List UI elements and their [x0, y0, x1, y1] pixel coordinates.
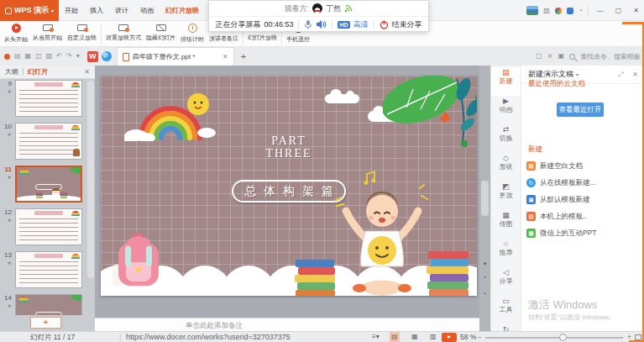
transition-icon: ⇄ — [491, 124, 521, 134]
new-blank-doc-item[interactable]: ▤ 新建空白文档 — [526, 160, 642, 172]
hide-slide-button[interactable]: 隐藏幻灯片 — [144, 24, 178, 42]
zoom-slider-track[interactable] — [485, 337, 623, 339]
user-avatar[interactable] — [526, 6, 538, 15]
speaker-icon[interactable] — [316, 19, 327, 29]
slide-thumbnail-11-selected[interactable]: 11★ — [0, 166, 95, 203]
panel-icon[interactable]: ▣ — [558, 53, 564, 60]
print-icon[interactable]: ◫ — [35, 53, 42, 60]
animation-star-icon: ★ — [0, 174, 12, 181]
menu-tab-home[interactable]: 开始 — [59, 0, 84, 21]
menu-tab-insert[interactable]: 插入 — [84, 0, 109, 21]
chevron-down-icon[interactable]: ▾ — [576, 71, 579, 77]
zoom-slider-knob[interactable] — [559, 334, 567, 341]
microphone-icon[interactable] — [304, 19, 312, 29]
sidebar-item-shapes[interactable]: ◇形状 — [491, 153, 521, 182]
rehearse-timings-button[interactable]: 排练计时 — [178, 24, 207, 44]
sidebar-item-recommend[interactable]: ☆推荐 — [491, 239, 521, 267]
slide-sorter-view-icon[interactable]: ▦ — [410, 332, 420, 342]
notes-input[interactable]: 单击此处添加备注 — [95, 318, 479, 331]
sidebar-item-transition[interactable]: ⇄切换 — [491, 124, 521, 153]
menu-tab-animation[interactable]: 动画 — [134, 0, 160, 21]
cloud-sync-icon[interactable] — [567, 8, 573, 14]
expand-pane-icon[interactable]: ⤢ — [618, 71, 623, 79]
play-from-start-button[interactable]: 从头开始 — [2, 24, 30, 44]
link-url-status: https://www.docer.com/works?userid=32703… — [126, 332, 291, 342]
main-area: 大纲 幻灯片 ✕ 9★ 10★ 11★ 12★ — [0, 66, 644, 331]
custom-screen-icon — [77, 24, 87, 31]
play-slideshow-button[interactable] — [442, 333, 457, 342]
menu-tab-design[interactable]: 设计 — [109, 0, 134, 21]
zoom-out-button[interactable]: − — [478, 332, 482, 342]
tab-slides[interactable]: 幻灯片 — [28, 67, 48, 76]
end-share-button[interactable]: 结束分享 — [392, 19, 422, 30]
wps-quick-icon[interactable] — [4, 54, 10, 60]
sidebar-item-new[interactable]: ▤新建 — [491, 67, 521, 96]
settings-icon[interactable]: ◔ — [579, 8, 583, 14]
redo-icon[interactable]: ↷ — [66, 53, 72, 60]
local-template-item[interactable]: ▥ 本机上的模板.. — [526, 210, 642, 223]
close-pane-icon[interactable]: ✕ — [632, 71, 638, 78]
thumbnail-scrollbar[interactable] — [87, 81, 94, 278]
maximize-button[interactable]: ▢ — [612, 0, 626, 21]
undo-icon[interactable]: ↶ — [56, 53, 62, 60]
part-three-heading[interactable]: PART THREE — [265, 134, 312, 160]
slide-thumbnail-14[interactable]: 14★ — [0, 294, 95, 315]
play-from-current-button[interactable]: 从当前开始 — [30, 24, 65, 42]
command-search-input[interactable]: 查找命令、搜索模板 — [580, 52, 641, 61]
document-tab[interactable]: 四年级下册作文.ppt * ✕ — [117, 47, 234, 66]
online-template-icon: ↻ — [526, 178, 536, 187]
scrollbar-handle[interactable] — [481, 181, 489, 216]
reading-view-icon[interactable]: ▥ — [428, 332, 438, 342]
view-recent-button[interactable]: 查看最近打开 — [557, 103, 604, 117]
minimize-button[interactable]: — — [594, 0, 607, 21]
sidebar-item-animation[interactable]: ▶动画 — [491, 96, 521, 124]
notes-toggle-icon[interactable]: ≡▾ — [370, 332, 381, 342]
online-template-item[interactable]: ↻ 从在线模板新建... — [526, 176, 642, 189]
current-slide[interactable]: PART THREE 总体构架篇 — [101, 76, 477, 296]
close-panel-icon[interactable]: ✕ — [84, 68, 90, 76]
window-icon[interactable]: ▢ — [536, 53, 542, 60]
scroll-down-icon[interactable]: ▾ — [479, 260, 490, 267]
slide-thumbnail-10[interactable]: 10★ — [0, 123, 95, 160]
voice-signal-icon — [344, 4, 353, 13]
new-presentation-pane: 新建演示文稿 ▾ ⤢ ✕ 最近使用的云文档 查看最近打开 新建 ▤ 新建空白文档… — [521, 66, 644, 331]
wechat-ppt-item[interactable]: ▦ 微信上的互动PPT — [526, 227, 642, 239]
setup-show-button[interactable]: 设置放映方式 — [103, 24, 144, 42]
preview-icon[interactable]: ▧ — [46, 53, 53, 60]
sidebar-item-tools[interactable]: ▭工具 — [491, 296, 521, 324]
previous-slide-icon[interactable]: ⌃ — [479, 276, 490, 282]
screen-play-icon — [43, 24, 53, 31]
skin-icon[interactable]: ▨ — [543, 8, 550, 14]
divider — [298, 20, 299, 29]
tab-outline[interactable]: 大纲 — [5, 67, 18, 76]
custom-slideshow-button[interactable]: 自定义放映 — [65, 24, 99, 42]
slide-thumbnail-12[interactable]: 12★ — [0, 208, 95, 245]
wps-home-icon[interactable]: W — [87, 51, 98, 62]
wps-app-menu[interactable]: WPS 演示 ▾ — [0, 0, 59, 21]
output-icon[interactable]: ▦ — [25, 53, 32, 60]
close-tab-icon[interactable]: ✕ — [223, 53, 228, 61]
music-note-doodle — [363, 170, 378, 187]
local-template-icon: ▥ — [526, 212, 536, 221]
chevron-down-icon[interactable]: ▾ — [76, 53, 80, 60]
new-tab-button[interactable]: + — [241, 51, 246, 61]
hd-quality-label[interactable]: 高清 — [353, 19, 369, 30]
member-orb-icon[interactable] — [555, 8, 562, 14]
sidebar-item-share[interactable]: ◁分享 — [491, 267, 521, 296]
quick-access-toolbar: ▤ ▦ ◫ ▧ ↶ ↷ ▾ — [0, 53, 84, 60]
slide-thumbnail-9[interactable]: 9★ — [0, 80, 95, 117]
add-slide-button[interactable]: + — [30, 317, 61, 329]
next-slide-icon[interactable]: ⌄ — [479, 289, 490, 296]
sidebar-item-edit[interactable]: ◩更改 — [491, 182, 521, 210]
save-icon[interactable]: ▤ — [14, 53, 21, 60]
sidebar-item-upload-image[interactable]: ▦传图 — [491, 210, 521, 239]
close-button[interactable]: ✕ — [630, 0, 642, 21]
slide-thumbnail-13[interactable]: 13★ — [0, 251, 95, 288]
canvas-scrollbar[interactable]: ▾ ⌃ ⌄ — [479, 66, 490, 331]
close-doc-icon[interactable]: ⨯ — [547, 53, 553, 60]
normal-view-icon[interactable]: ▤ — [390, 332, 400, 342]
sharing-status: 正在分享屏幕 — [215, 19, 260, 30]
docer-globe-icon[interactable] — [102, 51, 112, 61]
menu-tab-slideshow[interactable]: 幻灯片放映 — [160, 0, 205, 21]
default-template-item[interactable]: ▣ 从默认模板新建 — [526, 193, 642, 206]
